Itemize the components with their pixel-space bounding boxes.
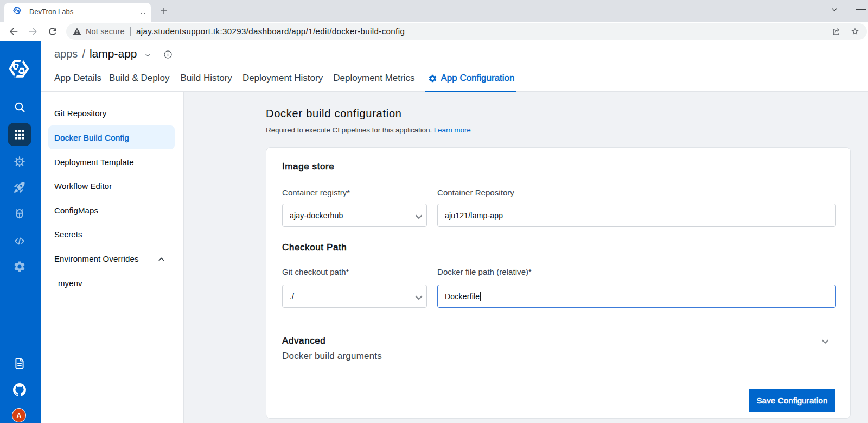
search-icon[interactable] [13, 100, 26, 113]
deploy-rocket-icon[interactable] [13, 181, 26, 194]
container-registry-label: Container registry* [282, 188, 350, 197]
browser-tabstrip: DevTron Labs [0, 0, 868, 22]
security-bug-icon[interactable] [13, 207, 26, 220]
breadcrumb-separator: / [82, 48, 85, 60]
subnav-git-repository[interactable]: Git Repository [54, 108, 106, 119]
git-checkout-path-label: Git checkout path* [282, 267, 349, 276]
tab-build-history[interactable]: Build History [180, 73, 232, 92]
tab-label: App Details [54, 73, 101, 84]
breadcrumb-section[interactable]: apps [54, 48, 78, 60]
subnav-deployment-template[interactable]: Deployment Template [54, 156, 134, 168]
subnav-secrets[interactable]: Secrets [54, 229, 82, 241]
docker-config-card: Image store Container registry* Containe… [266, 147, 851, 419]
page-subtitle: Required to execute CI pipelines for thi… [266, 126, 471, 134]
bookmark-star-icon[interactable] [851, 27, 859, 36]
url-bar[interactable]: Not secure ajay.studentsupport.tk:30293/… [66, 23, 867, 40]
tab-app-details[interactable]: App Details [54, 73, 101, 92]
browser-tab[interactable]: DevTron Labs [4, 3, 151, 22]
url-text[interactable]: ajay.studentsupport.tk:30293/dashboard/a… [136, 23, 405, 40]
docker-file-input-value: Dockerfile [445, 292, 480, 301]
learn-more-link[interactable]: Learn more [434, 126, 471, 134]
subnav-workflow-editor[interactable]: Workflow Editor [54, 180, 112, 192]
url-separator [130, 27, 131, 36]
browser-toolbar: Not secure ajay.studentsupport.tk:30293/… [0, 22, 868, 41]
applications-grid-icon [15, 130, 24, 140]
image-store-heading: Image store [282, 161, 334, 172]
devtron-favicon [13, 7, 21, 15]
subnav-myenv[interactable]: myenv [58, 277, 82, 289]
subnav-configmaps[interactable]: ConfigMaps [54, 205, 98, 217]
tab-app-configuration[interactable]: App Configuration [425, 73, 515, 92]
github-icon[interactable] [13, 383, 26, 396]
app-info-icon[interactable] [163, 50, 173, 59]
tab-label: Deployment History [242, 73, 323, 84]
tab-close-icon[interactable] [140, 9, 146, 15]
tab-deployment-history[interactable]: Deployment History [242, 73, 323, 92]
tab-title: DevTron Labs [29, 8, 73, 16]
checkout-select-chevron-icon [414, 293, 424, 302]
git-checkout-select-value: ./ [290, 292, 294, 301]
sidebar-item-applications[interactable] [8, 123, 31, 146]
checkout-path-heading: Checkout Path [282, 242, 347, 253]
container-registry-select[interactable]: ajay-dockerhub [282, 204, 427, 227]
tab-label: App Configuration [441, 73, 514, 84]
app-sidebar: A [0, 41, 41, 423]
app-configuration-gear-icon [428, 74, 437, 83]
back-icon[interactable] [8, 26, 19, 37]
subnav-docker-build-config[interactable]: Docker Build Config [54, 132, 129, 144]
new-tab-icon[interactable] [160, 7, 168, 15]
code-icon[interactable] [13, 235, 26, 248]
tab-label: Build & Deploy [109, 73, 170, 84]
forward-icon[interactable] [28, 26, 39, 37]
breadcrumb-app-name[interactable]: lamp-app [90, 47, 137, 60]
docker-file-path-label: Docker file path (relative)* [437, 267, 532, 276]
registry-select-chevron-icon [414, 212, 424, 222]
subnav-environment-overrides[interactable]: Environment Overrides [54, 253, 139, 265]
main-content: Docker build configuration Required to e… [184, 92, 868, 423]
documentation-icon[interactable] [13, 357, 26, 370]
browser-window: DevTron Labs Not secure a [0, 0, 868, 423]
tab-deployment-metrics[interactable]: Deployment Metrics [333, 73, 414, 92]
text-caret [480, 292, 481, 301]
app-tabs: App Details Build & Deploy Build History… [54, 73, 516, 92]
registry-select-value: ajay-dockerhub [290, 211, 343, 220]
app-header: apps / lamp-app App Details Build & Depl… [41, 41, 868, 92]
tab-build-deploy[interactable]: Build & Deploy [109, 73, 170, 92]
app-switch-chevron-icon[interactable] [144, 51, 152, 59]
config-subnav: Git Repository Docker Build Config Deplo… [41, 92, 184, 423]
container-repository-input[interactable]: aju121/lamp-app [437, 204, 836, 227]
page-title: Docker build configuration [266, 108, 402, 120]
docker-file-path-input[interactable]: Dockerfile [437, 285, 836, 308]
advanced-expand-chevron-icon[interactable] [819, 336, 831, 348]
save-configuration-button[interactable]: Save Configuration [749, 389, 835, 412]
container-repository-label: Container Repository [437, 188, 514, 197]
not-secure-warning-icon[interactable] [73, 27, 81, 36]
devtron-logo[interactable] [9, 59, 29, 79]
advanced-heading: Advanced [282, 336, 326, 346]
repository-input-value: aju121/lamp-app [445, 211, 503, 220]
global-config-gear-icon[interactable] [13, 260, 26, 273]
configurations-gear-icon[interactable] [13, 155, 26, 168]
tab-label: Build History [180, 73, 232, 84]
tab-label: Deployment Metrics [333, 73, 414, 84]
security-label: Not secure [86, 23, 125, 40]
git-checkout-path-select[interactable]: ./ [282, 285, 427, 308]
environment-overrides-collapse-icon[interactable] [157, 255, 166, 264]
reload-icon[interactable] [47, 26, 58, 37]
tab-search-chevron-icon[interactable] [831, 6, 838, 14]
user-avatar[interactable]: A [12, 408, 26, 422]
page-subtitle-text: Required to execute CI pipelines for thi… [266, 126, 432, 134]
advanced-subtitle: Docker build arguments [282, 351, 382, 362]
card-divider [282, 320, 835, 320]
breadcrumb: apps / lamp-app [54, 47, 173, 61]
window-minimize-icon[interactable] [856, 9, 866, 10]
share-icon[interactable] [832, 27, 841, 36]
